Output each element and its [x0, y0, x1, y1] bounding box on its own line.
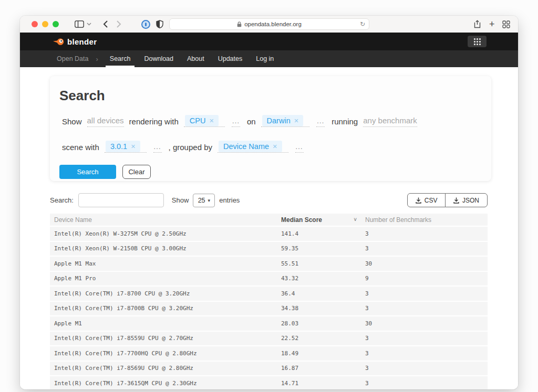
apps-menu-button[interactable] — [468, 36, 487, 47]
table-controls: Search: Show 25 ▾ entries CSV JSON — [50, 193, 488, 207]
sidebar-icon[interactable] — [75, 16, 84, 33]
table-row[interactable]: Intel(R) Core(TM) i7-8559U CPU @ 2.70GHz… — [50, 332, 488, 347]
nav-item-search[interactable]: Search — [106, 50, 135, 67]
device-type-filter[interactable]: CPU× — [184, 116, 225, 127]
label-grouped-by: , grouped by — [169, 143, 212, 152]
nav-item-download[interactable]: Download — [140, 50, 178, 67]
os-filter[interactable]: Darwin× — [261, 116, 310, 127]
col-device-name[interactable]: Device Name — [50, 216, 281, 224]
scene-add[interactable]: … — [153, 142, 162, 153]
remove-os-icon[interactable]: × — [294, 116, 298, 125]
os-add[interactable]: … — [316, 116, 325, 127]
cell-median-score: 55.51 — [281, 260, 365, 267]
clear-button[interactable]: Clear — [122, 165, 151, 179]
address-bar[interactable]: opendata.blender.org ↻ — [169, 18, 369, 30]
download-icon — [416, 197, 421, 204]
group-chip: Device Name — [223, 142, 269, 151]
browser-toolbar: opendata.blender.org ↻ + — [20, 16, 518, 33]
filter-sentence-line2: scene with 3.0.1× … , grouped by Device … — [59, 139, 482, 155]
reload-icon[interactable]: ↻ — [360, 20, 365, 28]
site-header: blender — [20, 33, 518, 50]
zoom-window-button[interactable] — [53, 21, 59, 27]
nav-item-about[interactable]: About — [183, 50, 209, 67]
cell-device-name: Intel(R) Core(TM) i7-3615QM CPU @ 2.30GH… — [50, 380, 281, 387]
close-window-button[interactable] — [32, 21, 38, 27]
chevron-down-icon[interactable] — [87, 16, 91, 33]
remove-device-type-icon[interactable]: × — [209, 116, 213, 125]
cell-num-benchmarks: 3 — [365, 245, 488, 252]
col-num-benchmarks[interactable]: Number of Benchmarks — [365, 216, 488, 224]
table-row[interactable]: Apple M1 Max 55.51 30 — [50, 257, 488, 272]
tab-overview-icon[interactable] — [502, 16, 510, 33]
cell-device-name: Intel(R) Xeon(R) W-3275M CPU @ 2.50GHz — [50, 230, 281, 237]
devices-filter[interactable]: all devices — [87, 116, 124, 127]
page-size-select[interactable]: 25 ▾ — [193, 194, 215, 207]
cell-num-benchmarks: 30 — [365, 320, 488, 327]
export-csv-button[interactable]: CSV — [407, 193, 446, 207]
table-row[interactable]: Intel(R) Xeon(R) W-2150B CPU @ 3.00GHz 5… — [50, 242, 488, 257]
scene-chip: 3.0.1 — [110, 142, 127, 151]
cell-num-benchmarks: 3 — [365, 290, 488, 297]
search-button[interactable]: Search — [59, 165, 116, 179]
cell-num-benchmarks: 3 — [365, 380, 488, 387]
select-caret-icon: ▾ — [208, 198, 211, 203]
export-json-button[interactable]: JSON — [445, 193, 488, 207]
device-type-add[interactable]: … — [232, 116, 240, 127]
page-size-value: 25 — [198, 197, 205, 204]
table-row[interactable]: Apple M1 28.03 30 — [50, 316, 488, 332]
entries-label: entries — [219, 196, 240, 204]
forward-button-icon[interactable] — [117, 16, 121, 33]
table-row[interactable]: Intel(R) Core(TM) i7-8569U CPU @ 2.80GHz… — [50, 362, 488, 377]
page-content: Search Show all devices rendering with C… — [20, 67, 518, 389]
page-title: Search — [59, 88, 482, 104]
cell-median-score: 22.52 — [281, 335, 365, 342]
back-button-icon[interactable] — [103, 16, 108, 33]
url-text: opendata.blender.org — [244, 21, 302, 27]
new-tab-icon[interactable]: + — [489, 16, 495, 33]
cell-median-score: 28.03 — [281, 320, 365, 327]
remove-group-icon[interactable]: × — [273, 142, 277, 151]
table-row[interactable]: Intel(R) Core(TM) i7-7700HQ CPU @ 2.80GH… — [50, 346, 488, 362]
cell-device-name: Intel(R) Core(TM) i7-7700HQ CPU @ 2.80GH… — [50, 350, 281, 357]
blender-logo[interactable]: blender — [53, 37, 97, 46]
table-row[interactable]: Intel(R) Xeon(R) W-3275M CPU @ 2.50GHz 1… — [50, 227, 488, 242]
cell-device-name: Intel(R) Core(TM) i7-8559U CPU @ 2.70GHz — [50, 335, 281, 342]
table-row[interactable]: Intel(R) Core(TM) i7-3615QM CPU @ 2.30GH… — [50, 376, 488, 389]
label-scene-with: scene with — [62, 143, 99, 152]
table-search-label: Search: — [50, 196, 74, 204]
benchmark-filter[interactable]: any benchmark — [363, 116, 417, 127]
shield-extension-icon[interactable] — [156, 16, 163, 33]
show-label: Show — [172, 196, 189, 204]
site-nav: Open Data › Search Download About Update… — [20, 50, 518, 67]
cell-device-name: Apple M1 Pro — [50, 275, 281, 282]
table-search-input[interactable] — [78, 193, 164, 207]
group-add[interactable]: … — [295, 142, 304, 153]
table-row[interactable]: Intel(R) Core(TM) i7-8700B CPU @ 3.20GHz… — [50, 302, 488, 317]
nav-item-updates[interactable]: Updates — [214, 50, 247, 67]
cell-median-score: 43.32 — [281, 275, 365, 282]
label-on: on — [247, 117, 256, 126]
breadcrumb[interactable]: Open Data — [57, 50, 88, 67]
cell-device-name: Intel(R) Core(TM) i7-8700 CPU @ 3.20GHz — [50, 290, 281, 297]
table-row[interactable]: Apple M1 Pro 43.32 9 — [50, 272, 488, 287]
breadcrumb-chevron-icon: › — [96, 50, 98, 67]
blender-logo-icon — [53, 37, 65, 46]
table-row[interactable]: Intel(R) Core(TM) i7-8700 CPU @ 3.20GHz … — [50, 287, 488, 302]
nav-item-login[interactable]: Log in — [252, 50, 278, 67]
col-median-score[interactable]: Median Score ˅ — [281, 216, 365, 224]
table-body: Intel(R) Xeon(R) W-3275M CPU @ 2.50GHz 1… — [50, 227, 488, 389]
lock-icon — [237, 22, 242, 27]
safari-window: opendata.blender.org ↻ + blender Open Da… — [20, 16, 518, 389]
password-extension-icon[interactable] — [141, 16, 150, 33]
os-chip: Darwin — [267, 116, 291, 125]
cell-device-name: Apple M1 Max — [50, 260, 281, 267]
scene-filter[interactable]: 3.0.1× — [105, 142, 147, 153]
cell-median-score: 59.35 — [281, 245, 365, 252]
share-icon[interactable] — [474, 16, 481, 33]
remove-scene-icon[interactable]: × — [131, 142, 135, 151]
group-filter[interactable]: Device Name× — [218, 142, 288, 153]
download-icon — [453, 197, 459, 204]
minimize-window-button[interactable] — [42, 21, 48, 27]
cell-num-benchmarks: 9 — [365, 275, 488, 282]
logo-text: blender — [67, 37, 97, 46]
